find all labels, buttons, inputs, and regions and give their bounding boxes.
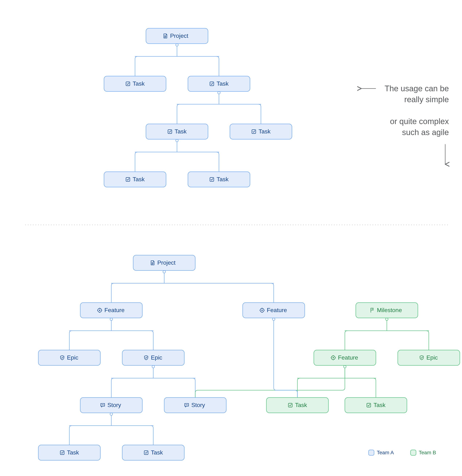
node-a_milestone: Milestone bbox=[356, 303, 418, 318]
node-a_task_a: Task bbox=[266, 398, 328, 413]
node-label: Feature bbox=[104, 307, 125, 313]
edges-layer bbox=[69, 44, 429, 445]
connector-knob bbox=[218, 92, 220, 94]
edge-from-a_story_a bbox=[69, 415, 153, 445]
connector-knob bbox=[110, 318, 113, 321]
legend-swatch-a bbox=[369, 450, 374, 455]
diagram-canvas: The usage can be really simple or quite … bbox=[0, 0, 462, 476]
svg-point-25 bbox=[333, 357, 334, 358]
edge-from-a_feat_b bbox=[274, 321, 297, 398]
node-label: Task bbox=[373, 402, 386, 408]
node-label: Task bbox=[67, 449, 79, 456]
node-s_project: Project bbox=[146, 28, 208, 44]
node-label: Story bbox=[108, 402, 121, 408]
connector-knob bbox=[344, 366, 346, 368]
node-label: Milestone bbox=[377, 307, 402, 313]
legend-label-b: Team B bbox=[419, 450, 436, 455]
legend-label-a: Team A bbox=[377, 450, 394, 455]
node-label: Story bbox=[191, 402, 205, 408]
node-label: Task bbox=[133, 80, 145, 87]
node-a_story_b: Story bbox=[164, 398, 226, 413]
node-a_task_c: Task bbox=[38, 445, 100, 460]
node-a_task_d: Task bbox=[122, 445, 184, 460]
annotation-line-4: such as agile bbox=[402, 128, 449, 137]
node-label: Epic bbox=[67, 354, 78, 361]
node-label: Task bbox=[133, 176, 145, 183]
node-a_story_a: Story bbox=[80, 398, 142, 413]
node-s_task_l2_a: Task bbox=[146, 124, 208, 139]
node-label: Epic bbox=[151, 354, 162, 361]
connector-knob bbox=[386, 318, 388, 321]
edge-from-a_epic_b bbox=[111, 368, 195, 398]
connector-knob bbox=[110, 413, 113, 415]
node-a_project: Project bbox=[133, 255, 195, 271]
node-s_task_l3_a: Task bbox=[104, 172, 166, 187]
nodes-layer: ProjectTaskTaskTaskTaskTaskTaskProjectFe… bbox=[38, 28, 460, 460]
svg-point-19 bbox=[261, 310, 263, 311]
connector-knob bbox=[272, 318, 275, 321]
annotation-line-2: really simple bbox=[404, 95, 449, 104]
node-label: Feature bbox=[267, 307, 287, 313]
annotation-line-3: or quite complex bbox=[390, 117, 449, 126]
node-label: Project bbox=[170, 33, 188, 39]
node-s_task_l1_b: Task bbox=[188, 76, 250, 92]
edge-from-a_milestone bbox=[345, 321, 429, 350]
node-label: Task bbox=[175, 128, 187, 135]
edge-from-s_task_l2_a bbox=[135, 142, 219, 172]
edge-from-a_project bbox=[111, 273, 274, 303]
node-s_task_l3_b: Task bbox=[188, 172, 250, 187]
svg-point-16 bbox=[99, 310, 100, 311]
edge-from-s_project bbox=[135, 46, 219, 76]
node-a_task_b: Task bbox=[345, 398, 407, 413]
annotation-line-1: The usage can be bbox=[385, 84, 449, 93]
node-a_feat_a: Feature bbox=[80, 303, 142, 318]
node-label: Task bbox=[259, 128, 271, 135]
node-a_epic_a: Epic bbox=[38, 350, 100, 366]
edge-from-a_feat_a bbox=[69, 321, 153, 350]
node-label: Task bbox=[217, 80, 229, 87]
node-s_task_l2_b: Task bbox=[230, 124, 292, 139]
connector-knob bbox=[176, 139, 178, 142]
node-a_feat_c: Feature bbox=[314, 350, 376, 366]
legend-swatch-b bbox=[411, 450, 416, 455]
node-a_epic_c: Epic bbox=[398, 350, 460, 366]
connector-knob bbox=[176, 44, 178, 46]
connector-knob bbox=[152, 366, 155, 368]
connector-knob bbox=[163, 271, 166, 273]
node-label: Epic bbox=[426, 354, 438, 361]
node-s_task_l1_a: Task bbox=[104, 76, 166, 92]
node-label: Project bbox=[157, 259, 176, 266]
legend: Team A Team B bbox=[369, 450, 436, 455]
node-a_epic_b: Epic bbox=[122, 350, 184, 366]
node-a_feat_b: Feature bbox=[243, 303, 305, 318]
edge-from-s_task_l1_b bbox=[177, 94, 261, 124]
edge-from-a_feat_c bbox=[195, 368, 376, 398]
annotation-block: The usage can be really simple or quite … bbox=[361, 84, 449, 164]
node-label: Task bbox=[295, 402, 307, 408]
node-label: Feature bbox=[338, 354, 358, 361]
node-label: Task bbox=[151, 449, 163, 456]
node-label: Task bbox=[217, 176, 229, 183]
